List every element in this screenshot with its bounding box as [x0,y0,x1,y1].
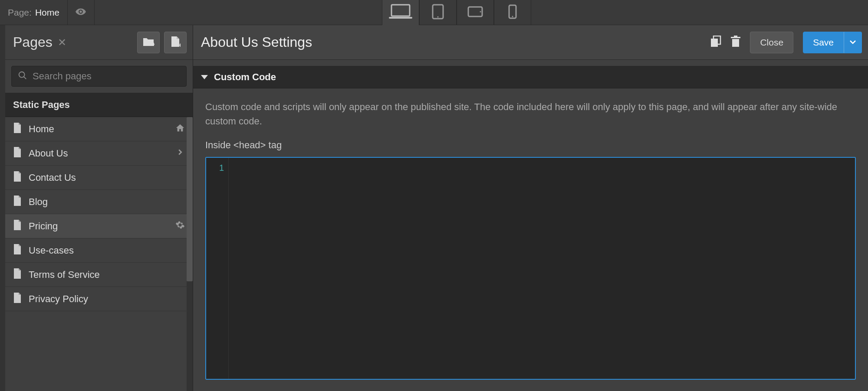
scrollbar-thumb[interactable] [187,117,193,281]
static-pages-heading: Static Pages [5,93,193,117]
chevron-down-icon [850,39,856,46]
help-text: Custom code and scripts will only appear… [205,100,856,128]
gear-icon[interactable] [175,220,185,232]
folder-plus-icon: + [142,36,155,49]
page-indicator[interactable]: Page: Home [0,0,68,25]
page-item-label: Use-cases [29,245,74,256]
svg-point-5 [480,11,481,13]
page-item-label: Contact Us [29,172,76,183]
copy-icon [710,42,721,49]
search-input[interactable] [33,71,180,82]
search-box[interactable] [11,66,187,87]
page-icon [13,147,22,160]
page-item-label: Terms of Service [29,269,100,280]
page-plus-icon: + [170,36,181,49]
svg-point-7 [512,16,513,17]
page-item-about-us[interactable]: About Us [5,141,193,166]
device-tablet-landscape-button[interactable] [457,0,494,25]
page-item-label: Home [29,124,54,135]
close-button[interactable]: Close [750,32,793,53]
svg-rect-12 [732,39,739,47]
trash-icon [731,42,740,49]
page-icon [13,293,22,306]
device-desktop-button[interactable] [382,0,419,25]
close-panel-button[interactable]: ✕ [58,36,66,49]
head-tag-label: Inside <head> tag [205,140,856,151]
mobile-icon [508,4,517,21]
page-item-label: Pricing [29,221,58,232]
desktop-icon [389,4,412,21]
pages-panel-title: Pages [13,34,53,50]
svg-rect-14 [734,36,737,37]
tablet-landscape-icon [467,6,483,19]
triangle-down-icon [201,75,208,79]
section-title: Custom Code [214,72,276,83]
page-icon [13,244,22,257]
page-item-label: Privacy Policy [29,293,88,305]
search-icon [18,71,33,82]
new-page-button[interactable]: + [164,32,187,53]
page-item-label: Blog [29,196,48,208]
page-item-use-cases[interactable]: Use-cases [5,238,193,263]
tablet-icon [432,4,444,21]
svg-text:+: + [152,41,155,47]
svg-rect-13 [731,37,740,38]
custom-code-body: Custom code and scripts will only appear… [193,88,868,391]
line-number: 1 [210,163,224,173]
page-icon [13,220,22,233]
chevron-right-icon [175,147,185,160]
svg-rect-0 [391,5,410,16]
top-bar-left: Page: Home [0,0,95,25]
home-icon [175,123,185,135]
page-icon [13,268,22,281]
page-icon [13,123,22,136]
save-button-group: Save [803,32,862,53]
top-bar: Page: Home [0,0,868,25]
head-code-editor[interactable]: 1 [205,157,856,380]
new-folder-button[interactable]: + [137,32,160,53]
pages-panel: Pages ✕ + + [0,25,193,391]
delete-button[interactable] [731,36,740,49]
page-item-home[interactable]: Home [5,117,193,141]
svg-rect-10 [711,39,718,47]
editor-textarea[interactable] [229,158,855,379]
svg-point-3 [437,16,439,18]
svg-text:+: + [178,42,181,48]
page-icon [13,171,22,184]
search-wrap [5,60,193,93]
settings-header: About Us Settings Close Save [193,25,868,60]
custom-code-section-toggle[interactable]: Custom Code [193,66,868,88]
page-label-prefix: Page: [8,7,32,18]
pages-panel-actions: + + [137,32,187,53]
settings-actions: Close Save [710,32,862,53]
page-item-label: About Us [29,148,68,159]
current-page-name: Home [35,7,59,18]
copy-button[interactable] [710,36,721,49]
save-dropdown-button[interactable] [844,32,862,53]
device-mobile-button[interactable] [494,0,531,25]
device-tablet-button[interactable] [419,0,457,25]
settings-title: About Us Settings [201,34,312,50]
editor-gutter: 1 [206,158,229,379]
page-item-contact-us[interactable]: Contact Us [5,166,193,190]
page-item-pricing[interactable]: Pricing [5,214,193,238]
page-item-terms-of-service[interactable]: Terms of Service [5,263,193,287]
page-icon [13,196,22,209]
page-item-blog[interactable]: Blog [5,190,193,214]
page-item-privacy-policy[interactable]: Privacy Policy [5,287,193,311]
device-switcher [382,0,531,25]
save-button[interactable]: Save [803,32,844,53]
page-list: Home About Us Contact Us Blog [5,117,193,311]
svg-rect-1 [389,17,412,19]
main-area: Pages ✕ + + [0,25,868,391]
preview-toggle-button[interactable] [68,0,95,25]
eye-icon [75,6,86,19]
close-icon: ✕ [58,36,66,48]
pages-panel-header: Pages ✕ + + [5,25,193,60]
settings-content: About Us Settings Close Save [193,25,868,391]
sidebar-scrollbar[interactable] [187,117,193,391]
